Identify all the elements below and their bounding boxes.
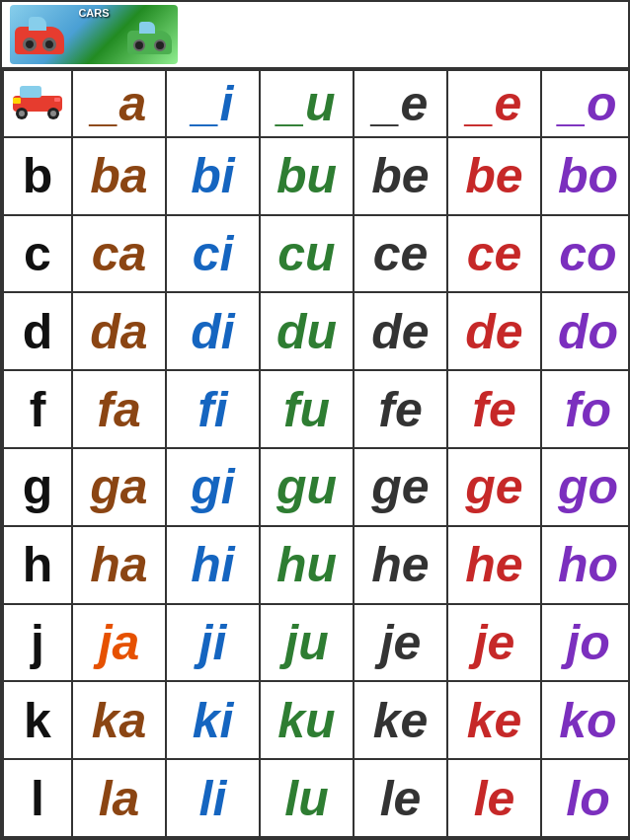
syllable-f-1: fi (166, 370, 260, 448)
syllable-f-5: fo (541, 370, 630, 448)
vowel-header-e: _e (354, 70, 447, 137)
header-img-cell (3, 70, 72, 137)
syllable-c-5: co (541, 215, 630, 293)
syllable-l-0: la (72, 759, 166, 837)
syllable-b-5: bo (541, 137, 630, 215)
syllable-k-2: ku (260, 681, 354, 759)
vowel-header-e: _e (447, 70, 541, 137)
syllable-j-3: je (354, 604, 447, 682)
cars-logo: CARS (10, 5, 178, 64)
syllable-d-1: di (166, 292, 260, 370)
table-row-j: jjajijujejejo (3, 604, 630, 682)
syllable-d-4: de (447, 292, 541, 370)
syllable-c-3: ce (354, 215, 447, 293)
syllable-k-0: ka (72, 681, 166, 759)
svg-rect-7 (54, 98, 60, 102)
svg-rect-6 (13, 98, 21, 104)
page-header: CARS (2, 2, 628, 69)
table-row-l: llalilulelelo (3, 759, 630, 837)
syllable-g-4: ge (447, 448, 541, 526)
consonant-b: b (3, 137, 72, 215)
syllable-b-0: ba (72, 137, 166, 215)
consonant-j: j (3, 604, 72, 682)
syllable-d-0: da (72, 292, 166, 370)
syllable-b-3: be (354, 137, 447, 215)
syllable-l-4: le (447, 759, 541, 837)
car-icon (8, 78, 67, 119)
mcqueen-car (15, 27, 64, 54)
vowel-header-a: _a (72, 70, 166, 137)
syllable-g-5: go (541, 448, 630, 526)
syllable-b-2: bu (260, 137, 354, 215)
syllable-l-5: lo (541, 759, 630, 837)
table-row-c: ccacicucececo (3, 215, 630, 293)
syllable-h-1: hi (166, 526, 260, 604)
svg-point-5 (50, 111, 56, 116)
syllable-g-1: gi (166, 448, 260, 526)
table-row-k: kkakikukekeko (3, 681, 630, 759)
syllable-k-4: ke (447, 681, 541, 759)
syllable-l-2: lu (260, 759, 354, 837)
car2-wheel-front (133, 39, 145, 51)
syllable-k-1: ki (166, 681, 260, 759)
syllable-f-2: fu (260, 370, 354, 448)
syllable-b-4: be (447, 137, 541, 215)
syllable-f-4: fe (447, 370, 541, 448)
consonant-f: f (3, 370, 72, 448)
syllable-c-0: ca (72, 215, 166, 293)
car2-wheel-back (154, 39, 166, 51)
svg-point-3 (19, 111, 25, 116)
table-row-f: ffafifufefefo (3, 370, 630, 448)
syllable-h-3: he (354, 526, 447, 604)
consonant-k: k (3, 681, 72, 759)
syllable-j-2: ju (260, 604, 354, 682)
syllable-j-5: jo (541, 604, 630, 682)
syllable-f-3: fe (354, 370, 447, 448)
mcqueen-wheel-back (42, 38, 56, 51)
syllable-h-5: ho (541, 526, 630, 604)
consonant-c: c (3, 215, 72, 293)
syllable-g-0: ga (72, 448, 166, 526)
syllable-k-3: ke (354, 681, 447, 759)
syllable-c-2: cu (260, 215, 354, 293)
syllable-j-0: ja (72, 604, 166, 682)
cars-brand-text: CARS (78, 7, 109, 19)
syllable-table: _a_i_u_e_e_obbabibubebeboccacicucececodd… (2, 69, 630, 838)
syllable-j-1: ji (166, 604, 260, 682)
syllable-f-0: fa (72, 370, 166, 448)
vowel-header-o: _o (541, 70, 630, 137)
syllable-h-4: he (447, 526, 541, 604)
consonant-h: h (3, 526, 72, 604)
table-row-b: bbabibubebebo (3, 137, 630, 215)
syllable-c-4: ce (447, 215, 541, 293)
page-wrapper: CARS (0, 0, 630, 840)
syllable-h-2: hu (260, 526, 354, 604)
syllable-table-wrapper: _a_i_u_e_e_obbabibubebeboccacicucececodd… (2, 69, 628, 838)
vowel-header-u: _u (260, 70, 354, 137)
consonant-l: l (3, 759, 72, 837)
syllable-l-3: le (354, 759, 447, 837)
table-row-g: ggagigugegego (3, 448, 630, 526)
syllable-k-5: ko (541, 681, 630, 759)
syllable-g-2: gu (260, 448, 354, 526)
syllable-h-0: ha (72, 526, 166, 604)
syllable-l-1: li (166, 759, 260, 837)
second-car (127, 31, 172, 54)
consonant-g: g (3, 448, 72, 526)
consonant-d: d (3, 292, 72, 370)
vowel-header-i: _i (166, 70, 260, 137)
table-row-d: ddadidudededo (3, 292, 630, 370)
syllable-c-1: ci (166, 215, 260, 293)
syllable-d-5: do (541, 292, 630, 370)
table-row-h: hhahihuheheho (3, 526, 630, 604)
mcqueen-wheel-front (23, 38, 37, 51)
syllable-d-3: de (354, 292, 447, 370)
svg-rect-1 (20, 86, 41, 98)
syllable-g-3: ge (354, 448, 447, 526)
syllable-d-2: du (260, 292, 354, 370)
syllable-j-4: je (447, 604, 541, 682)
syllable-b-1: bi (166, 137, 260, 215)
